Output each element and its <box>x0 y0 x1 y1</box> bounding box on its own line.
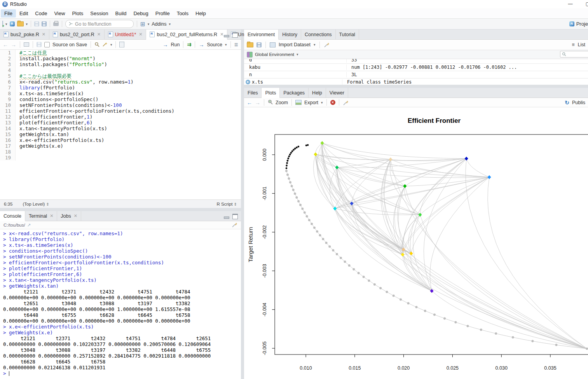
tab-files[interactable]: Files <box>244 88 262 98</box>
code-line[interactable]: 4 <box>0 67 241 73</box>
document-outline-icon[interactable]: ≣ <box>234 42 238 47</box>
pane-layout-dropdown-icon[interactable]: ▾ <box>148 22 150 26</box>
tab-plots[interactable]: Plots <box>262 88 280 98</box>
menu-edit[interactable]: Edit <box>16 9 31 17</box>
remove-plot-icon[interactable]: ✕ <box>330 100 335 105</box>
goto-file-function-input[interactable]: Go to file/function <box>65 20 134 28</box>
menu-file[interactable]: File <box>1 9 16 17</box>
tab-connections[interactable]: Connections <box>301 30 336 39</box>
menu-tools[interactable]: Tools <box>173 9 192 17</box>
forward-icon[interactable]: → <box>11 42 16 48</box>
export-dropdown-icon[interactable]: ▾ <box>321 101 323 105</box>
menu-plots[interactable]: Plots <box>68 9 87 17</box>
console-output[interactable]: > x<-read.csv("returns.csv", row.names=1… <box>0 229 241 379</box>
find-replace-icon[interactable] <box>94 42 99 47</box>
open-new-window-icon[interactable] <box>24 42 29 47</box>
print-button[interactable] <box>53 22 59 26</box>
previous-plot-icon[interactable]: ← <box>247 100 252 106</box>
clear-environment-broom-icon[interactable] <box>324 42 330 47</box>
back-icon[interactable]: ← <box>3 42 8 48</box>
code-line[interactable]: 12plot(efficientFrontier,1) <box>0 114 241 120</box>
environment-scope-dropdown-icon[interactable]: ▾ <box>297 52 298 56</box>
goto-directory-icon[interactable]: ↗ <box>27 222 31 228</box>
tab-console[interactable]: Console <box>0 211 25 221</box>
load-workspace-icon[interactable] <box>247 42 253 47</box>
minimize-button[interactable]: — <box>562 0 579 8</box>
console-prompt[interactable]: > <box>3 370 241 376</box>
source-on-save-checkbox[interactable] <box>44 42 50 47</box>
minimize-pane-icon[interactable] <box>224 35 229 37</box>
source-dropdown-icon[interactable]: ▾ <box>225 43 227 47</box>
environment-object-row[interactable]: d33 <box>244 59 588 64</box>
new-project-button[interactable]: R <box>10 21 15 26</box>
save-all-button[interactable] <box>42 21 47 26</box>
environment-scope-selector[interactable]: Global Environment <box>255 52 294 57</box>
environment-object-row[interactable]: n3L <box>244 71 588 79</box>
new-file-dropdown-icon[interactable]: ▾ <box>5 22 7 26</box>
next-plot-icon[interactable]: → <box>255 100 260 106</box>
environment-object-row[interactable]: ▶x.tsFormal class timeSeries <box>244 79 588 85</box>
menu-build[interactable]: Build <box>112 9 130 17</box>
new-file-button[interactable]: + <box>2 21 3 27</box>
tab-history[interactable]: History <box>279 30 301 39</box>
editor-tab[interactable]: Rbus2_02_port_fullReturns.R✕ <box>146 30 227 40</box>
close-tab-icon[interactable]: ✕ <box>50 213 53 218</box>
code-line[interactable]: 6x<-read.csv("returns.csv", row.names=1) <box>0 79 241 85</box>
code-editor[interactable]: 1#ここは任意2install.packages("mnormt")3insta… <box>0 50 241 199</box>
code-line[interactable]: 13plot(efficientFrontier,6) <box>0 120 241 126</box>
maximize-pane-icon[interactable] <box>232 214 238 219</box>
environment-object-row[interactable]: kabunum [1:243] -0.02977 -0.00881 0.0011… <box>244 64 588 71</box>
open-file-dropdown-icon[interactable]: ▾ <box>26 22 28 26</box>
tab-tutorial[interactable]: Tutorial <box>336 30 359 39</box>
open-file-button[interactable] <box>17 21 24 26</box>
save-button[interactable] <box>34 21 39 26</box>
code-line[interactable]: 2install.packages("mnormt") <box>0 56 241 61</box>
save-workspace-icon[interactable] <box>256 42 262 47</box>
code-tools-dropdown-icon[interactable]: ▾ <box>110 43 112 47</box>
close-tab-icon[interactable]: ✕ <box>139 32 142 37</box>
code-line[interactable]: 3install.packages("fPortfolio") <box>0 61 241 67</box>
code-line[interactable]: 8x.ts<-as.timeSeries(x) <box>0 91 241 96</box>
scope-indicator[interactable]: (Top Level) ⇕ <box>23 202 49 206</box>
run-button[interactable]: Run <box>171 42 180 47</box>
editor-tab[interactable]: Rbus2_02_port.R✕ <box>49 30 105 39</box>
menu-debug[interactable]: Debug <box>130 9 152 17</box>
code-line[interactable]: 19 <box>0 155 241 161</box>
close-tab-icon[interactable]: ✕ <box>97 32 101 37</box>
code-line[interactable]: 14x.tan<-tangencyPortfolio(x.ts) <box>0 126 241 131</box>
menu-help[interactable]: Help <box>192 9 209 17</box>
compile-notebook-icon[interactable] <box>119 42 124 47</box>
editor-tab[interactable]: Rbus2_poke.R✕ <box>0 30 49 39</box>
import-dataset-button[interactable]: Import Dataset <box>279 42 311 47</box>
minimize-pane-icon[interactable] <box>224 217 229 219</box>
tab-jobs[interactable]: Jobs✕ <box>57 211 81 221</box>
addins-dropdown-icon[interactable]: ▾ <box>169 22 171 26</box>
code-line[interactable]: 17getWeights(x.e) <box>0 143 241 149</box>
menu-profile[interactable]: Profile <box>152 9 173 17</box>
editor-tab[interactable]: RUntitled1*✕ <box>105 30 146 39</box>
zoom-plot-label[interactable]: Zoom <box>276 100 288 105</box>
tab-packages[interactable]: Packages <box>280 88 309 98</box>
list-view-selector[interactable]: List <box>578 42 585 47</box>
code-line[interactable]: 16x.e<-efficientPortfolio(x.ts) <box>0 137 241 143</box>
menu-code[interactable]: Code <box>31 9 51 17</box>
code-line[interactable]: 10setNFrontierPoints(conditions)<-100 <box>0 102 241 108</box>
close-tab-icon[interactable]: ✕ <box>220 32 223 37</box>
menu-view[interactable]: View <box>51 9 68 17</box>
doc-type-selector[interactable]: R Script ⇕ <box>217 202 237 206</box>
export-button[interactable]: Export <box>304 100 318 105</box>
environment-search-input[interactable] <box>560 51 588 58</box>
tab-help[interactable]: Help <box>309 88 326 98</box>
code-line[interactable]: 7library(fPortfolio) <box>0 85 241 91</box>
zoom-plot-button[interactable] <box>268 100 273 106</box>
maximize-button[interactable]: ▢ <box>579 0 588 8</box>
tab-environment[interactable]: Environment <box>244 30 279 40</box>
publish-button[interactable]: Publis <box>572 100 585 105</box>
code-line[interactable]: 11efficientFrontier<-portfolioFrontier(x… <box>0 108 241 114</box>
editor-save-button[interactable] <box>37 42 42 47</box>
source-button[interactable]: Source <box>207 42 222 47</box>
addins-button[interactable]: Addins <box>152 21 166 27</box>
maximize-pane-icon[interactable] <box>232 32 238 38</box>
code-line[interactable]: 15getWeights(x.tan) <box>0 131 241 137</box>
rerun-icon[interactable]: ⇉ <box>187 42 191 47</box>
